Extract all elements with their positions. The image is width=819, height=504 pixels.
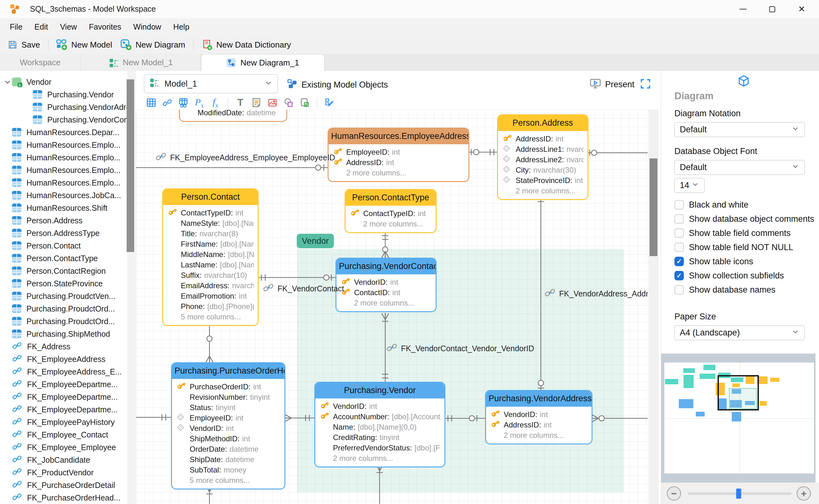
- fk-label-1[interactable]: FK_VendorContact: [263, 282, 344, 295]
- menu-edit[interactable]: Edit: [28, 22, 54, 31]
- sidebar-item-fk-employeepayhistory[interactable]: FK_EmployeePayHistory: [0, 416, 128, 428]
- table-purchasing-vendor[interactable]: Purchasing.VendorVendorID:intAccountNumb…: [314, 382, 445, 467]
- menu-window[interactable]: Window: [127, 22, 167, 31]
- function-tool-icon[interactable]: fx: [210, 97, 221, 108]
- diagram-canvas[interactable]: VendorModifiedDate:datetimeHumanResource…: [136, 110, 648, 504]
- parameter-tool-icon[interactable]: Px: [194, 97, 205, 108]
- present-button[interactable]: Present: [590, 78, 634, 91]
- minimize-button[interactable]: [733, 0, 753, 18]
- canvas-scrollbar[interactable]: [648, 110, 659, 504]
- checkbox-black-and-white[interactable]: Black and white: [674, 198, 748, 211]
- note-tool-icon[interactable]: [251, 97, 262, 108]
- sidebar-item-fk-employeeaddress-e-[interactable]: FK_EmployeeAddress_E...: [0, 365, 128, 378]
- sidebar-item-purchasing-proudctord-[interactable]: Purchasing.ProudctOrd...: [0, 315, 128, 328]
- sidebar-item-fk-employeedepartme-[interactable]: FK_EmployeeDepartme...: [0, 403, 128, 416]
- sidebar-item-purchasing-shipmethod[interactable]: Purchasing.ShipMethod: [0, 328, 128, 340]
- sidebar-item-fk-address[interactable]: FK_Address: [0, 340, 128, 353]
- sidebar-item-purchasing-vendor[interactable]: Purchasing.Vendor: [0, 88, 128, 101]
- sidebar-item-person-contacttype[interactable]: Person.ContactType: [0, 252, 128, 265]
- checkbox-show-database-object-comments[interactable]: Show database object comments: [674, 213, 814, 225]
- checkbox-box[interactable]: [674, 285, 684, 295]
- new-data-dictionary-button[interactable]: New Data Dictionary: [201, 39, 291, 50]
- menu-favorites[interactable]: Favorites: [83, 22, 127, 31]
- table-hr-employee-address[interactable]: HumanResources.EmployeeAddressEmployeeID…: [328, 128, 469, 182]
- font-size-select[interactable]: 14: [674, 178, 705, 193]
- image-tool-icon[interactable]: [267, 97, 278, 108]
- sidebar-item-humanresources-emplo-[interactable]: HumanResources.Emplo...: [0, 164, 128, 176]
- checkbox-box[interactable]: [674, 243, 684, 252]
- fk-label-0[interactable]: FK_EmployeeAddress_Employee_EmployeeID: [156, 151, 335, 164]
- sidebar-item-humanresources-emplo-[interactable]: HumanResources.Emplo...: [0, 139, 128, 151]
- sidebar-item-fk-purchaseorderhead-[interactable]: FK_PurchaseOrderHead...: [0, 491, 128, 504]
- checkbox-box[interactable]: [674, 200, 684, 209]
- data-dictionary-tool-icon[interactable]: [324, 97, 335, 108]
- table-person-address[interactable]: Person.AddressAddressID:intAddressLine1:…: [497, 114, 588, 200]
- sidebar-item-person-address[interactable]: Person.Address: [0, 214, 128, 227]
- vendor-layer-badge[interactable]: Vendor: [297, 234, 334, 248]
- checkbox-box[interactable]: [674, 228, 684, 238]
- table-person-contacttype[interactable]: Person.ContactTypeContactTypeID:int2 mor…: [345, 189, 437, 233]
- sidebar-item-humanresources-emplo-[interactable]: HumanResources.Emplo...: [0, 151, 128, 164]
- sidebar-item-fk-jobcandidate[interactable]: FK_JobCandidate: [0, 454, 128, 466]
- sidebar-scrollbar-thumb[interactable]: [127, 79, 134, 252]
- menu-view[interactable]: View: [54, 22, 83, 31]
- sidebar-item-fk-employeeaddress[interactable]: FK_EmployeeAddress: [0, 353, 128, 365]
- shape-tool-icon[interactable]: [283, 97, 294, 108]
- zoom-in-button[interactable]: +: [797, 486, 811, 501]
- checkbox-show-table-field-comments[interactable]: Show table field comments: [674, 227, 791, 239]
- sidebar-item-purchasing-proudctord-[interactable]: Purchasing.ProudctOrd...: [0, 302, 128, 315]
- fk-label-2[interactable]: FK_VendorContact_Vendor_VendorID: [387, 342, 534, 355]
- tab-workspace[interactable]: Workspace: [0, 54, 81, 71]
- view-tool-icon[interactable]: [178, 97, 189, 108]
- sidebar-item-person-contactregion[interactable]: Person.ContactRegion: [0, 265, 128, 277]
- table-person-contact[interactable]: Person.ContactContactTypeID:intNameStyle…: [162, 188, 259, 326]
- checkbox-box[interactable]: ✓: [674, 257, 684, 266]
- sidebar-item-purchasing-vendoradress[interactable]: Purchasing.VendorAdress: [0, 101, 128, 113]
- menu-file[interactable]: File: [4, 22, 28, 31]
- sidebar-item-fk-employee-contact[interactable]: FK_Employee_Contact: [0, 428, 128, 441]
- checkbox-show-database-names[interactable]: Show database names: [674, 283, 776, 296]
- sidebar-item-humanresources-jobca-[interactable]: HumanResources.JobCa...: [0, 189, 128, 202]
- sidebar-item-fk-purchaseorderdetail[interactable]: FK_PurchaseOrderDetail: [0, 479, 128, 491]
- sidebar-item-fk-employeedepartme-[interactable]: FK_EmployeeDepartme...: [0, 391, 128, 403]
- sidebar-item-humanresources-shift[interactable]: HumanResources.Shift: [0, 202, 128, 214]
- diagram-notation-select[interactable]: Default: [674, 122, 805, 137]
- sidebar-item-humanresources-emplo-[interactable]: HumanResources.Emplo...: [0, 176, 128, 189]
- tab-new-model-1[interactable]: New Model_1: [81, 54, 201, 71]
- checkbox-box[interactable]: ✓: [674, 271, 684, 280]
- text-tool-icon[interactable]: T: [235, 97, 246, 108]
- sidebar-item-person-contact[interactable]: Person.Contact: [0, 239, 128, 252]
- fk-label-3[interactable]: FK_VendorAddress_Address_: [545, 287, 648, 300]
- sidebar-item-vendor[interactable]: Vendor: [0, 76, 128, 88]
- layer-tool-icon[interactable]: [299, 97, 310, 108]
- paper-size-select[interactable]: A4 (Landscape): [674, 325, 805, 340]
- relation-tool-icon[interactable]: [162, 97, 173, 108]
- sidebar-item-humanresources-depar-[interactable]: HumanResources.Depar...: [0, 126, 128, 139]
- table-purchasing-vendorcontact[interactable]: Purchasing.VendorContactVendorID:intCont…: [335, 258, 437, 312]
- existing-model-objects[interactable]: Existing Model Objects: [287, 78, 388, 91]
- close-button[interactable]: ✕: [792, 0, 811, 18]
- database-object-font-select[interactable]: Default: [674, 160, 805, 175]
- checkbox-show-collection-subfields[interactable]: ✓Show collection subfields: [674, 269, 784, 282]
- fullscreen-button[interactable]: [640, 78, 651, 91]
- sidebar-item-fk-employee-employee[interactable]: FK_Employee_Employee: [0, 441, 128, 454]
- maximize-button[interactable]: [762, 0, 782, 18]
- menu-help[interactable]: Help: [167, 22, 195, 31]
- minimap[interactable]: [661, 353, 816, 483]
- sidebar-item-purchasing-vendorcont-[interactable]: Purchasing.VendorCont...: [0, 113, 128, 126]
- model-select[interactable]: Model_1: [144, 74, 278, 93]
- table-purchasing-purchaseorderheader[interactable]: Purchasing.PurchaseOrderHeaderPurchaseOr…: [171, 362, 285, 490]
- zoom-out-button[interactable]: −: [667, 486, 681, 501]
- sidebar-scrollbar[interactable]: [127, 71, 135, 504]
- minimap-viewport[interactable]: [718, 375, 759, 410]
- new-diagram-button[interactable]: New Diagram: [120, 39, 185, 50]
- zoom-slider-thumb[interactable]: [736, 489, 741, 499]
- checkbox-show-table-field-not-null[interactable]: Show table field NOT NULL: [674, 241, 793, 254]
- table-purchasing-vendoraddress[interactable]: Purchasing.VendorAddressVendorID:intAddr…: [485, 390, 593, 444]
- expander-chevron-icon[interactable]: [4, 78, 12, 86]
- canvas-scrollbar-thumb[interactable]: [650, 158, 657, 256]
- tab-new-diagram-1[interactable]: New Diagram_1: [201, 54, 324, 71]
- checkbox-show-table-icons[interactable]: ✓Show table icons: [674, 255, 753, 268]
- new-model-button[interactable]: New Model: [56, 39, 112, 50]
- sidebar-item-purchasing-proudctven-[interactable]: Purchasing.ProudctVen...: [0, 290, 128, 302]
